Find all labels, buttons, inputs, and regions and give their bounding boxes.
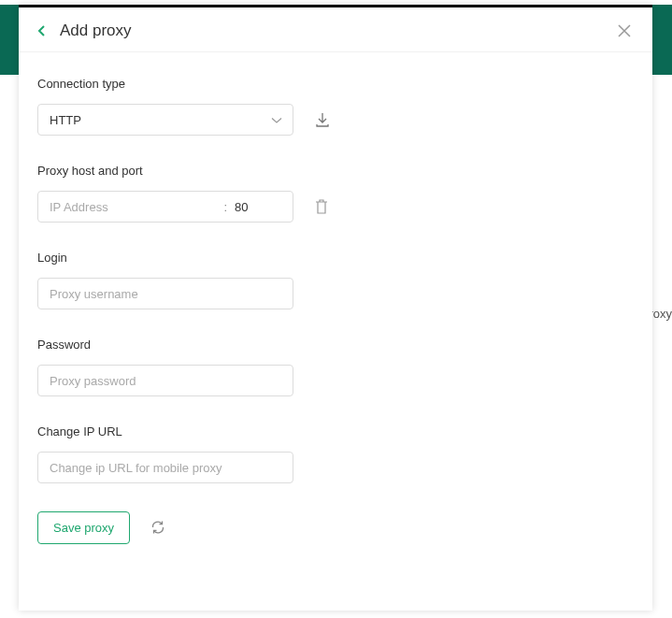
change-ip-input[interactable] <box>37 452 293 483</box>
change-ip-group: Change IP URL <box>37 424 634 483</box>
connection-type-value: HTTP <box>50 113 81 127</box>
host-port-input-wrap: : <box>37 191 293 223</box>
back-icon[interactable] <box>34 22 50 39</box>
save-proxy-button[interactable]: Save proxy <box>37 511 130 544</box>
host-port-group: Proxy host and port : <box>37 164 634 223</box>
login-group: Login <box>37 251 634 309</box>
change-ip-label: Change IP URL <box>37 424 634 438</box>
download-icon[interactable] <box>314 111 331 128</box>
trash-icon[interactable] <box>314 198 331 215</box>
connection-type-label: Connection type <box>37 77 634 91</box>
host-port-label: Proxy host and port <box>37 164 634 178</box>
port-input[interactable] <box>235 200 281 214</box>
refresh-icon[interactable] <box>150 520 167 537</box>
backdrop-hint-text: roxy <box>649 307 672 321</box>
password-input[interactable] <box>37 365 293 396</box>
modal-title: Add proxy <box>60 22 613 40</box>
password-label: Password <box>37 338 634 352</box>
connection-type-select[interactable]: HTTP <box>37 104 293 136</box>
save-row: Save proxy <box>37 511 634 544</box>
connection-type-group: Connection type HTTP <box>37 77 634 136</box>
login-label: Login <box>37 251 634 265</box>
modal-body: Connection type HTTP <box>19 52 652 563</box>
close-icon[interactable] <box>613 20 636 42</box>
host-input[interactable] <box>50 200 216 214</box>
password-group: Password <box>37 338 634 396</box>
modal-header: Add proxy <box>19 7 652 52</box>
login-input[interactable] <box>37 278 293 309</box>
add-proxy-modal: Add proxy Connection type HTTP <box>19 5 652 611</box>
host-port-separator: : <box>223 200 227 214</box>
